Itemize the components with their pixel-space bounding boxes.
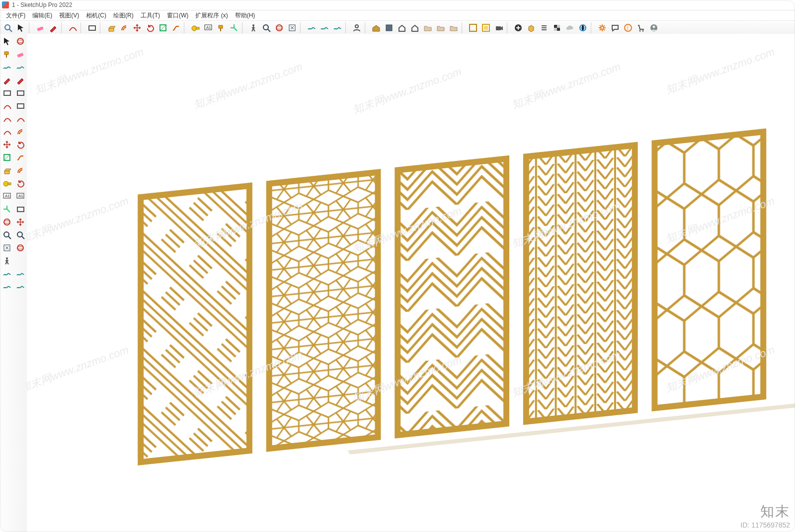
cube-icon[interactable] — [525, 22, 537, 34]
followme-icon[interactable] — [170, 22, 182, 34]
pan-icon[interactable] — [14, 216, 26, 228]
footprints-icon[interactable] — [1, 255, 13, 267]
toolbar-separator — [462, 22, 465, 33]
axes-icon[interactable] — [1, 203, 13, 215]
pencil-icon[interactable] — [47, 22, 59, 34]
menu-camera[interactable]: 相机(C) — [83, 11, 109, 20]
svg-point-35 — [17, 40, 23, 43]
orbit-eye-icon[interactable] — [14, 35, 26, 47]
sandbox3-icon[interactable] — [1, 281, 13, 293]
move-icon[interactable] — [131, 22, 143, 34]
camera-icon[interactable] — [493, 22, 505, 34]
zoom-icon[interactable] — [260, 22, 272, 34]
text-icon[interactable]: A1 — [202, 22, 214, 34]
paint-icon[interactable] — [1, 48, 13, 60]
sandbox4-icon[interactable] — [14, 281, 26, 293]
warehouse-icon[interactable] — [370, 22, 382, 34]
orbit-icon[interactable] — [1, 216, 13, 228]
svg-text:A1: A1 — [206, 25, 211, 30]
rectangle-icon[interactable] — [1, 87, 13, 99]
arc-pie-icon[interactable] — [1, 126, 13, 138]
paint-icon[interactable] — [215, 22, 227, 34]
scale-icon[interactable] — [157, 22, 169, 34]
section-icon[interactable] — [14, 203, 26, 215]
rectangle-icon[interactable] — [86, 22, 98, 34]
checker-icon[interactable] — [551, 22, 563, 34]
user-icon[interactable] — [351, 22, 363, 34]
empty-slot — [14, 255, 26, 267]
pencil-icon[interactable] — [1, 74, 13, 86]
info-icon[interactable]: i — [622, 22, 634, 34]
arc-2pt-icon[interactable] — [14, 113, 26, 125]
model-viewport[interactable]: 知末网www.znzmo.com 知末网www.znzmo.com 知末网www… — [27, 34, 795, 532]
folder-open-icon[interactable] — [435, 22, 447, 34]
cloud-icon[interactable] — [564, 22, 576, 34]
pushpull-icon[interactable] — [1, 164, 13, 176]
zoom-icon[interactable] — [1, 229, 13, 241]
sandbox-icon[interactable] — [306, 22, 318, 34]
arc-icon[interactable] — [67, 22, 79, 34]
move-icon[interactable] — [1, 139, 13, 151]
scale-icon[interactable] — [1, 152, 13, 163]
sandbox-drape-icon[interactable] — [318, 22, 330, 34]
menu-file[interactable]: 文件(F) — [3, 11, 28, 20]
rectangle-rot-icon[interactable] — [14, 87, 26, 99]
text-icon[interactable]: A1 — [14, 190, 26, 202]
zoom-window-icon[interactable] — [14, 229, 26, 241]
folder-box-icon[interactable] — [448, 22, 460, 34]
axes-icon[interactable] — [228, 22, 240, 34]
circle-icon[interactable] — [1, 100, 13, 112]
menu-window[interactable]: 窗口(W) — [164, 11, 191, 20]
tape-icon[interactable] — [189, 22, 201, 34]
folder-icon[interactable] — [422, 22, 434, 34]
followme-icon[interactable] — [14, 152, 26, 163]
search-icon[interactable] — [2, 22, 14, 34]
avatar-icon[interactable] — [648, 22, 660, 34]
freehand-icon[interactable] — [14, 74, 26, 86]
add-icon[interactable] — [512, 22, 524, 34]
offset2-icon[interactable] — [14, 164, 26, 176]
drape-icon[interactable] — [14, 61, 26, 73]
walk-icon[interactable] — [247, 22, 259, 34]
list-icon[interactable] — [538, 22, 550, 34]
bbox-icon[interactable] — [480, 22, 492, 34]
globe-icon[interactable] — [577, 22, 589, 34]
eraser-icon[interactable] — [34, 22, 46, 34]
component-icon[interactable] — [383, 22, 395, 34]
eye-icon[interactable] — [14, 242, 26, 254]
offset-icon[interactable] — [14, 126, 26, 138]
house-open-icon[interactable] — [409, 22, 421, 34]
pushpull-icon[interactable] — [105, 22, 117, 34]
offset-icon[interactable] — [118, 22, 130, 34]
menu-tools[interactable]: 工具(T) — [138, 11, 163, 20]
rotate-icon[interactable] — [144, 22, 156, 34]
chat-icon[interactable] — [609, 22, 621, 34]
select-arrow-icon[interactable] — [1, 35, 13, 47]
spiral-icon[interactable] — [1, 61, 13, 73]
menu-draw[interactable]: 绘图(R) — [110, 11, 137, 20]
gear-icon[interactable] — [596, 22, 608, 34]
zoom-extents-icon[interactable] — [286, 22, 298, 34]
menu-edit[interactable]: 编辑(E) — [29, 11, 55, 20]
dimension-icon[interactable]: A1 — [1, 190, 13, 202]
polygon-icon[interactable] — [14, 100, 26, 112]
viewport-canvas[interactable] — [27, 34, 795, 532]
select-arrow-icon[interactable] — [15, 22, 27, 34]
menu-extensions[interactable]: 扩展程序 (x) — [192, 11, 231, 20]
toolbar-separator — [345, 22, 349, 33]
tape-icon[interactable] — [1, 177, 13, 189]
outliner-icon[interactable] — [467, 22, 479, 34]
cart-icon[interactable] — [635, 22, 647, 34]
protractor-icon[interactable] — [14, 177, 26, 189]
sandbox2-icon[interactable] — [14, 268, 26, 280]
eraser-icon[interactable] — [14, 48, 26, 60]
sandbox-stamp-icon[interactable] — [331, 22, 343, 34]
menu-help[interactable]: 帮助(H) — [232, 11, 258, 20]
orbit-icon[interactable] — [273, 22, 285, 34]
arc-icon[interactable] — [1, 113, 13, 125]
zoom-extents-icon[interactable] — [1, 242, 13, 254]
rotate-icon[interactable] — [14, 139, 26, 151]
sandbox-icon[interactable] — [1, 268, 13, 280]
menu-view[interactable]: 视图(V) — [56, 11, 82, 20]
house-icon[interactable] — [396, 22, 408, 34]
